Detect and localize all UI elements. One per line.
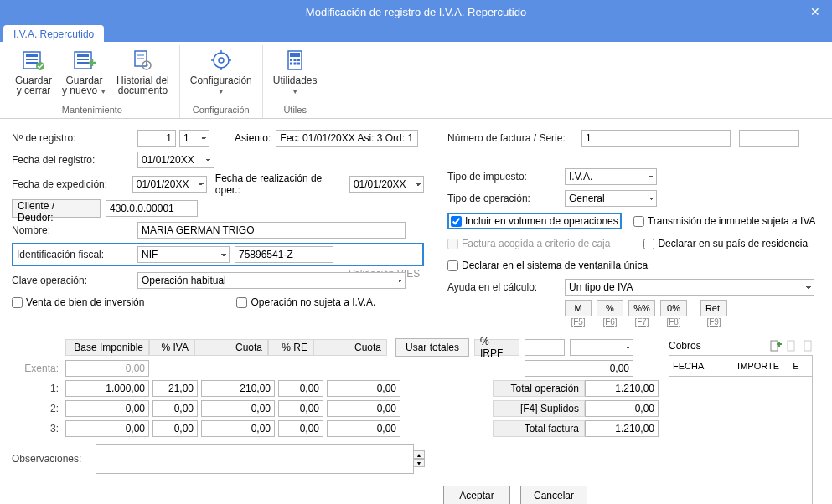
fecha-expedicion-select[interactable]: 01/01/20XX (132, 176, 207, 193)
mini-pct-button[interactable]: % (597, 300, 623, 316)
serie-input[interactable] (739, 130, 799, 147)
cobros-col-fecha: FECHA (669, 356, 721, 376)
svg-rect-29 (804, 341, 811, 351)
document-history-icon (129, 47, 156, 74)
exenta-base (65, 360, 149, 377)
group-label: Mantenimiento (62, 103, 122, 118)
suplidos-value[interactable] (585, 400, 659, 417)
usar-totales-button[interactable]: Usar totales (395, 338, 469, 357)
close-button[interactable]: ✕ (798, 0, 832, 23)
svg-rect-3 (26, 62, 38, 64)
cobros-delete-button[interactable] (801, 338, 816, 353)
n-registro-b-select[interactable]: 1 (179, 130, 209, 147)
calculator-icon (282, 47, 308, 74)
irpf-select[interactable] (570, 339, 633, 356)
cobros-table[interactable]: FECHA IMPORTE E (669, 355, 813, 504)
declarar-pais-checkbox[interactable]: Declarar en su país de residencia (643, 238, 808, 249)
r1-pre[interactable] (278, 380, 323, 397)
asiento-input[interactable] (276, 130, 418, 147)
r3-piva[interactable] (152, 420, 198, 437)
irpf-base-input[interactable] (525, 360, 633, 377)
aceptar-button[interactable]: Aceptar (443, 486, 510, 504)
cancelar-button[interactable]: Cancelar (520, 486, 587, 504)
cliente-input[interactable] (106, 200, 198, 217)
cliente-deudor-button[interactable]: Cliente / Deudor: (12, 199, 101, 218)
svg-rect-23 (297, 59, 300, 61)
r3-cuota[interactable] (201, 420, 275, 437)
mini-pctpct-button[interactable]: %% (628, 300, 655, 316)
cobros-edit-button[interactable] (784, 338, 799, 353)
svg-rect-27 (771, 341, 778, 351)
fecha-expedicion-label: Fecha de expedición: (12, 178, 132, 190)
ribbon-tabs: I.V.A. Repercutido (0, 23, 832, 42)
nombre-label: Nombre: (12, 224, 137, 236)
gear-icon (208, 47, 235, 74)
historial-button[interactable]: Historial deldocumento (111, 45, 174, 99)
r1-piva[interactable] (152, 380, 198, 397)
clave-operacion-select[interactable]: Operación habitual (137, 272, 406, 289)
mini-m-button[interactable]: M (565, 300, 592, 316)
r2-base[interactable] (65, 400, 149, 417)
r3-cuota2[interactable] (327, 420, 400, 437)
cobros-col-importe: IMPORTE (721, 356, 783, 376)
save-close-icon (20, 47, 47, 74)
ayuda-calculo-label: Ayuda en el cálculo: (447, 281, 565, 293)
id-fiscal-tipo-select[interactable]: NIF (137, 246, 230, 263)
fecha-registro-select[interactable]: 01/01/20XX (137, 152, 214, 168)
irpf-pct-input[interactable] (525, 339, 565, 356)
obs-down[interactable]: ▼ (413, 459, 425, 467)
svg-rect-7 (77, 59, 89, 60)
mini-0pct-button[interactable]: 0% (660, 300, 687, 316)
r3-pre[interactable] (278, 420, 323, 437)
r1-cuota2[interactable] (327, 380, 400, 397)
row-1-label: 1: (12, 383, 65, 394)
r2-piva[interactable] (152, 400, 198, 417)
cobros-col-e: E (783, 356, 809, 376)
fecha-oper-select[interactable]: 01/01/20XX (349, 176, 424, 193)
r1-cuota[interactable] (201, 380, 275, 397)
col-base: Base Imponible (65, 339, 149, 356)
r2-cuota[interactable] (201, 400, 275, 417)
obs-up[interactable]: ▲ (413, 450, 425, 459)
no-sujeta-iva-checkbox[interactable]: Operación no sujeta a I.V.A. (236, 296, 375, 308)
id-fiscal-label: Identificación fiscal: (17, 249, 137, 260)
group-label: Configuración (193, 103, 250, 118)
guardar-cerrar-button[interactable]: Guardary cerrar (10, 45, 57, 99)
ventanilla-unica-checkbox[interactable]: Declarar en el sistema de ventanilla úni… (447, 260, 648, 271)
col-pre: % RE (268, 339, 313, 356)
minimize-button[interactable]: — (765, 0, 798, 23)
transmision-inmueble-checkbox[interactable]: Transmisión de inmueble sujeta a IVA (633, 215, 816, 227)
r2-cuota2[interactable] (327, 400, 400, 417)
col-cuota2: Cuota (313, 339, 387, 356)
observaciones-textarea[interactable] (96, 444, 414, 474)
r1-base[interactable] (65, 380, 149, 397)
venta-inversion-checkbox[interactable]: Venta de bien de inversión (12, 296, 144, 308)
tipo-impuesto-label: Tipo de impuesto: (447, 171, 565, 183)
id-fiscal-num-input[interactable] (235, 246, 333, 263)
r3-base[interactable] (65, 420, 149, 437)
guardar-nuevo-button[interactable]: Guardary nuevo ▼ (57, 45, 111, 99)
num-factura-input[interactable] (581, 130, 731, 147)
tab-iva-repercutido[interactable]: I.V.A. Repercutido (3, 25, 104, 42)
mini-ret-button[interactable]: Ret. (700, 300, 727, 316)
r2-pre[interactable] (278, 400, 323, 417)
n-registro-a-input[interactable] (137, 130, 176, 147)
svg-rect-2 (26, 59, 38, 60)
total-factura-label: Total factura (493, 420, 585, 437)
incluir-volumen-checkbox[interactable]: Incluir en volumen de operaciones (451, 215, 618, 227)
row-3-label: 3: (12, 423, 65, 435)
suplidos-label: [F4] Suplidos (493, 400, 585, 417)
fecha-oper-label: Fecha de realización de oper.: (215, 172, 344, 196)
utilidades-button[interactable]: Utilidades▼ (268, 45, 323, 99)
svg-rect-28 (788, 341, 794, 351)
nombre-input[interactable] (137, 222, 406, 239)
svg-rect-26 (297, 63, 300, 65)
col-pirpf: % IRPF (474, 339, 519, 356)
tipo-operacion-select[interactable]: General (565, 190, 657, 207)
observaciones-label: Observaciones: (12, 453, 96, 465)
configuracion-button[interactable]: Configuración▼ (185, 45, 257, 99)
cobros-add-button[interactable] (767, 338, 783, 353)
tipo-impuesto-select[interactable]: I.V.A. (565, 168, 657, 185)
ayuda-calculo-select[interactable]: Un tipo de IVA (565, 279, 814, 296)
col-cuota: Cuota (194, 339, 268, 356)
